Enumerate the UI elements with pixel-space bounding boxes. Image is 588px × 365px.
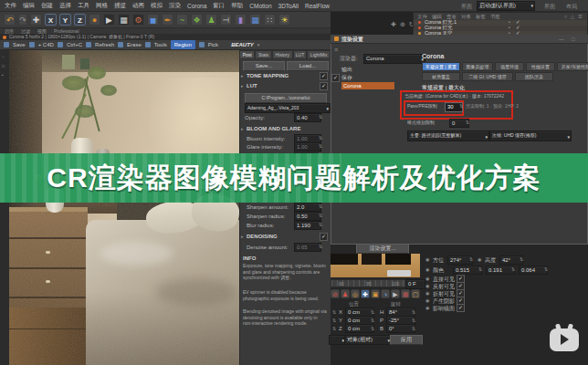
menu-item[interactable]: 网格 — [96, 2, 108, 10]
radio-icon[interactable]: ◉ — [425, 305, 429, 311]
minimize-icon[interactable]: — — [559, 36, 564, 43]
stepper-icon[interactable]: ⇅ — [469, 256, 473, 263]
menu-item[interactable]: 动画 — [132, 2, 144, 10]
settings-list-item[interactable]: 保存 — [341, 74, 393, 81]
play-icon[interactable]: ▶ — [391, 289, 400, 298]
vfb-tools-button[interactable]: Tools — [154, 41, 167, 48]
sharpen-radius-input[interactable]: 0.50 — [294, 212, 321, 221]
region-tool-icon[interactable]: ▪ — [2, 72, 4, 78]
stepper-icon[interactable]: ⇅ — [478, 266, 482, 273]
om-list-icon[interactable]: ☰ — [578, 14, 583, 20]
stepper-icon[interactable]: ⇅ — [544, 266, 548, 273]
post-save-button[interactable]: Save... — [243, 61, 285, 71]
spline-icon[interactable]: ~ — [176, 14, 188, 26]
post-load-button[interactable]: Load... — [287, 61, 329, 71]
stepper-icon[interactable]: ⇅ — [466, 119, 469, 126]
collapse-icon[interactable]: ▸ — [241, 83, 244, 89]
stepper-icon[interactable]: ⇅ — [319, 113, 322, 120]
stepper-icon[interactable]: ⇅ — [371, 317, 374, 324]
lut-path-button[interactable]: C:\Program...\corona\lut — [245, 93, 327, 103]
vfb-copy-button[interactable]: Ctrl+C — [67, 41, 82, 48]
denoising-header[interactable]: DENOISING — [247, 233, 278, 240]
axis-x-lock[interactable]: X — [45, 14, 57, 26]
menu-item[interactable]: 渲染 — [169, 2, 181, 10]
tab-experimental[interactable]: 开发/实验性阶段 — [557, 62, 588, 71]
menu-item[interactable]: 窗口 — [213, 2, 225, 10]
blur-radius-input[interactable]: 1.190 — [294, 221, 321, 230]
frame-field[interactable]: 0 F — [405, 279, 425, 289]
bloom-glare-header[interactable]: BLOOM AND GLARE — [247, 125, 300, 132]
lut-header[interactable]: LUT — [247, 82, 257, 89]
sharpen-amount-input[interactable]: 2.0 — [294, 203, 321, 212]
tab-stats[interactable]: Stats — [255, 50, 271, 59]
denoise-amount-input[interactable]: 0.65 — [294, 243, 321, 252]
render-settings-titlebar[interactable]: 渲染设置 — □ — [331, 35, 588, 44]
pan-view-icon[interactable]: ✚ — [391, 20, 396, 28]
tab-postprocess[interactable]: 图像后处理 — [462, 62, 493, 71]
menu-item[interactable]: 文件 — [5, 2, 16, 10]
stepper-icon[interactable]: ⇅ — [319, 203, 322, 210]
axis-y-lock[interactable]: Y — [59, 14, 71, 26]
zoom-view-icon[interactable]: ⊕ — [400, 20, 405, 28]
om-menu-item[interactable]: 书签 — [490, 14, 500, 20]
render-settings-icon[interactable]: ⚙ — [132, 14, 144, 26]
tab-general[interactable]: 常规设置 | 重置 — [422, 62, 460, 71]
vfb-titlebar[interactable]: Corona 5 hotfix 2 | 1800×1280px (1:1) | … — [0, 34, 331, 40]
stepper-icon[interactable]: ⇅ — [319, 212, 322, 219]
layout-label[interactable]: 布局 — [566, 3, 577, 10]
om-filter-icon[interactable]: △ — [571, 14, 574, 20]
tab-post[interactable]: Post — [239, 50, 255, 59]
mograph-icon[interactable]: ❖ — [191, 14, 203, 26]
gi-primary-dropdown[interactable]: 主要: 路径追踪(完整解算) ▾ — [407, 130, 489, 141]
stepper-icon[interactable]: ⇅ — [332, 308, 336, 316]
texture-preview[interactable] — [331, 254, 420, 277]
stepper-icon[interactable]: ⇅ — [319, 221, 322, 228]
compare-tool-icon[interactable]: □ — [2, 63, 5, 69]
workplane-icon[interactable]: ▣ — [371, 289, 380, 298]
target-icon[interactable]: ◎ — [351, 289, 360, 298]
om-menu-item[interactable]: 对象 — [461, 14, 471, 20]
stepper-icon[interactable]: ⇅ — [319, 243, 322, 250]
move-axis-icon[interactable]: ✚ — [361, 289, 370, 298]
stepper-icon[interactable]: ⇅ — [319, 134, 322, 141]
lut-checkbox[interactable]: ✓ — [320, 82, 328, 90]
frame-icon[interactable]: ▢ — [411, 289, 420, 298]
stepper-icon[interactable]: ⇅ — [371, 325, 374, 332]
character-solo-icon[interactable]: ♟ — [341, 289, 350, 298]
menu-item[interactable]: 选择 — [59, 2, 71, 10]
gi-secondary-dropdown[interactable]: 次级: UHD 缓存(推荐) ▾ — [489, 130, 572, 141]
radio-icon[interactable]: ◉ — [425, 297, 429, 304]
volume-icon[interactable]: ▮ — [235, 14, 247, 26]
stepper-icon[interactable]: ⇅ — [332, 317, 336, 324]
orbit-icon[interactable]: ◑ — [381, 289, 390, 298]
light-icon[interactable]: ☀ — [278, 14, 290, 26]
om-search-icon[interactable]: ○ — [564, 14, 567, 20]
affect-specular-checkbox[interactable]: ✓ — [457, 304, 465, 312]
denoising-checkbox[interactable]: ✓ — [320, 233, 328, 241]
snap-icon[interactable]: ∷ — [264, 14, 276, 26]
workspace-dropdown[interactable]: 启动(默认界面) ▾ — [477, 1, 535, 11]
menu-item[interactable]: 工具 — [78, 2, 89, 10]
stepper-icon[interactable]: ⇅ — [371, 308, 374, 316]
om-menu-item[interactable]: 标签 — [476, 14, 486, 20]
render-picture-viewer-icon[interactable]: ▦ — [118, 14, 130, 26]
transform-mode-dropdown[interactable]: 对象(相对) ▾ — [344, 335, 392, 345]
tab-history[interactable]: History — [272, 50, 293, 59]
collapse-icon[interactable]: ▸ — [241, 73, 244, 79]
settings-checkbox[interactable]: ✓ — [331, 74, 340, 82]
stepper-icon[interactable]: ⇅ — [520, 256, 523, 263]
tone-mapping-checkbox[interactable]: ✓ — [320, 72, 328, 80]
vfb-pass-selector[interactable]: BEAUTY — [231, 41, 254, 48]
render-view-icon[interactable]: ▶ — [103, 14, 115, 26]
lut-file-dropdown[interactable]: Adaming_Ag_..Vista_203 ▾ — [245, 103, 331, 113]
render-image[interactable] — [9, 50, 239, 365]
radio-icon[interactable]: ◉ — [425, 276, 429, 282]
tab-secondary-gi[interactable]: 二级 GI: UHD 缓存 — [462, 72, 513, 81]
pen-tool-icon[interactable]: ✒ — [162, 14, 173, 26]
vfb-erase-button[interactable]: Erase — [127, 41, 142, 48]
menu-item[interactable]: 创建 — [41, 2, 53, 10]
apply-button[interactable]: 应用 — [390, 335, 423, 345]
collapse-icon[interactable]: ▸ — [241, 126, 244, 132]
array-icon[interactable]: ▦ — [249, 14, 261, 26]
checker-icon[interactable]: ▦ — [401, 289, 410, 298]
